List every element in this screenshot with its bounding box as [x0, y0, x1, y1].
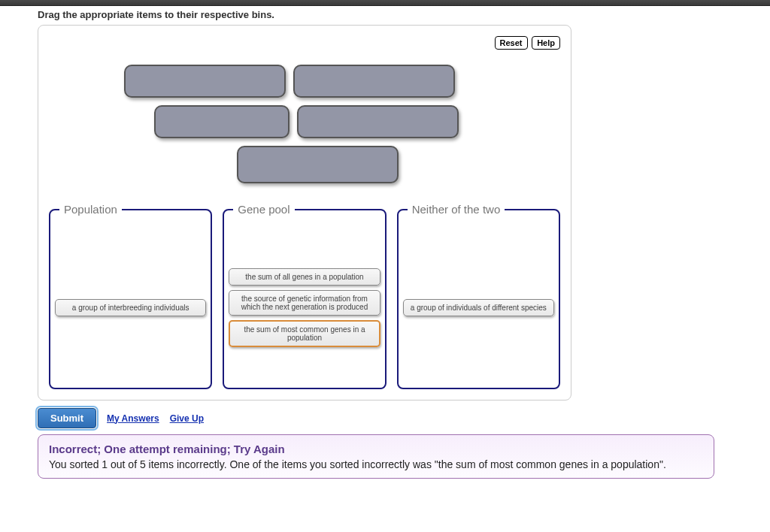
help-button[interactable]: Help — [532, 36, 560, 50]
bin-title: Gene pool — [233, 203, 294, 216]
top-bar — [0, 0, 770, 6]
content: Drag the appropriate items to their resp… — [0, 9, 770, 479]
sorted-item[interactable]: a group of interbreeding individuals — [55, 299, 206, 316]
draggable-chip[interactable] — [237, 146, 399, 183]
chip-row — [154, 105, 538, 138]
instruction-text: Drag the appropriate items to their resp… — [38, 9, 732, 20]
bin-neither[interactable]: Neither of the two a group of individual… — [397, 209, 560, 389]
chip-row — [237, 146, 538, 183]
submit-button[interactable]: Submit — [38, 408, 96, 428]
give-up-link[interactable]: Give Up — [170, 413, 204, 424]
bin-gene-pool[interactable]: Gene pool the sum of all genes in a popu… — [223, 209, 386, 389]
feedback-body: You sorted 1 out of 5 items incorrectly.… — [49, 458, 703, 470]
drag-drop-workbox: Reset Help Population a group of interbr… — [38, 25, 571, 401]
chip-row — [124, 65, 538, 98]
feedback-title: Incorrect; One attempt remaining; Try Ag… — [49, 443, 703, 455]
reset-button[interactable]: Reset — [495, 36, 528, 50]
sorted-item[interactable]: a group of individuals of different spec… — [403, 299, 554, 316]
draggable-chip[interactable] — [297, 105, 459, 138]
action-bar: Submit My Answers Give Up — [38, 408, 732, 428]
bins-container: Population a group of interbreeding indi… — [49, 209, 560, 389]
sorted-item[interactable]: the sum of all genes in a population — [229, 268, 380, 286]
my-answers-link[interactable]: My Answers — [107, 413, 159, 424]
bin-population[interactable]: Population a group of interbreeding indi… — [49, 209, 212, 389]
draggable-chip[interactable] — [154, 105, 290, 138]
sorted-item[interactable]: the source of genetic information from w… — [229, 290, 380, 316]
draggable-chip[interactable] — [124, 65, 286, 98]
draggable-chip[interactable] — [293, 65, 455, 98]
sorted-item-incorrect[interactable]: the sum of most common genes in a popula… — [229, 320, 380, 347]
control-bar: Reset Help — [49, 36, 560, 50]
source-chip-stage — [49, 65, 560, 206]
bin-title: Population — [59, 203, 122, 216]
bin-title: Neither of the two — [408, 203, 505, 216]
feedback-panel: Incorrect; One attempt remaining; Try Ag… — [38, 434, 714, 479]
